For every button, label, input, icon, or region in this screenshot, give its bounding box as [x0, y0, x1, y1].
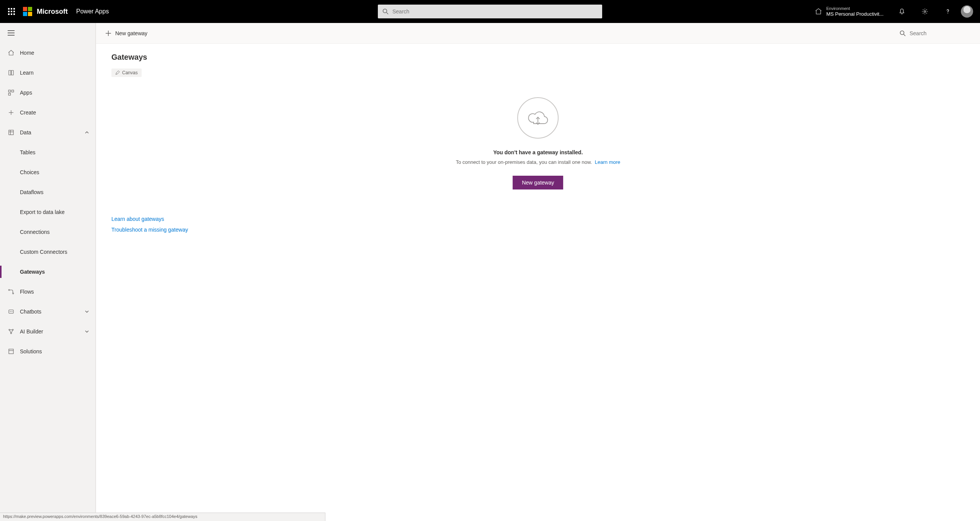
- cloud-icon: [518, 97, 559, 139]
- troubleshoot-gateway-link[interactable]: Troubleshoot a missing gateway: [111, 227, 188, 233]
- data-icon: [8, 129, 15, 136]
- svg-point-30: [11, 333, 12, 334]
- sidebar-item-label: Connections: [20, 229, 50, 235]
- sidebar-toggle[interactable]: [0, 23, 95, 43]
- sidebar-item-dataflows[interactable]: Dataflows: [0, 182, 95, 202]
- empty-title: You don't have a gateway installed.: [493, 149, 583, 155]
- sidebar-item-label: Home: [20, 50, 34, 56]
- svg-rect-31: [9, 349, 13, 354]
- svg-rect-7: [11, 13, 12, 15]
- sidebar-item-label: Create: [20, 109, 36, 116]
- sidebar-item-label: Export to data lake: [20, 209, 65, 215]
- svg-point-24: [13, 293, 14, 294]
- flow-icon: [8, 288, 15, 295]
- svg-rect-17: [8, 93, 10, 95]
- svg-rect-5: [13, 11, 15, 12]
- sidebar-item-export-data-lake[interactable]: Export to data lake: [0, 202, 95, 222]
- svg-point-29: [12, 329, 13, 330]
- svg-line-36: [904, 34, 906, 36]
- chevron-down-icon: [85, 329, 89, 334]
- page-search[interactable]: [900, 30, 971, 36]
- sidebar-item-learn[interactable]: Learn: [0, 63, 95, 83]
- apps-icon: [8, 89, 15, 96]
- canvas-chip[interactable]: Canvas: [111, 69, 142, 77]
- new-gateway-label: New gateway: [115, 30, 147, 36]
- pencil-icon: [115, 70, 120, 75]
- app-name[interactable]: Power Apps: [76, 8, 109, 15]
- sidebar-item-label: Solutions: [20, 348, 42, 354]
- svg-point-26: [10, 311, 11, 312]
- sidebar-item-label: Flows: [20, 289, 34, 295]
- ai-builder-icon: [8, 328, 15, 335]
- avatar[interactable]: [961, 5, 973, 18]
- learn-about-gateways-link[interactable]: Learn about gateways: [111, 216, 188, 222]
- svg-rect-2: [13, 8, 15, 10]
- chevron-down-icon: [85, 309, 89, 314]
- canvas-chip-label: Canvas: [122, 70, 138, 75]
- empty-state: You don't have a gateway installed. To c…: [456, 97, 621, 189]
- environment-label: Environment: [826, 6, 884, 11]
- new-gateway-button[interactable]: New gateway: [513, 176, 563, 189]
- home-icon: [8, 49, 15, 56]
- svg-rect-8: [13, 13, 15, 15]
- svg-rect-0: [8, 8, 10, 10]
- settings-button[interactable]: [913, 0, 936, 23]
- sidebar-item-label: Custom Connectors: [20, 249, 67, 255]
- environment-name: MS Personal Productivit...: [826, 11, 884, 17]
- sidebar-item-tables[interactable]: Tables: [0, 142, 95, 162]
- header-right: Environment MS Personal Productivit...: [808, 0, 980, 23]
- sidebar-item-chatbots[interactable]: Chatbots: [0, 302, 95, 322]
- sidebar-item-label: AI Builder: [20, 328, 43, 335]
- svg-point-11: [924, 11, 926, 13]
- svg-line-10: [387, 13, 389, 15]
- sidebar-item-home[interactable]: Home: [0, 43, 95, 63]
- search-icon: [382, 8, 389, 15]
- notifications-button[interactable]: [890, 0, 913, 23]
- plus-icon: [105, 30, 111, 36]
- main-area: New gateway Gateways Canvas You do: [96, 23, 980, 521]
- sidebar-item-apps[interactable]: Apps: [0, 83, 95, 103]
- svg-rect-3: [8, 11, 10, 12]
- status-bar-url: https://make.preview.powerapps.com/envir…: [0, 513, 325, 521]
- help-links: Learn about gateways Troubleshoot a miss…: [111, 216, 188, 233]
- learn-more-link[interactable]: Learn more: [595, 159, 620, 165]
- chatbot-icon: [8, 308, 15, 315]
- svg-rect-1: [11, 8, 12, 10]
- svg-rect-20: [9, 130, 13, 135]
- svg-point-35: [900, 31, 904, 34]
- plus-icon: [8, 109, 15, 116]
- page-search-input[interactable]: [910, 30, 971, 36]
- global-search[interactable]: [378, 5, 602, 18]
- sidebar: Home Learn Apps Create Data: [0, 23, 96, 521]
- sidebar-item-label: Chatbots: [20, 309, 41, 315]
- svg-rect-16: [12, 90, 14, 92]
- sidebar-item-label: Data: [20, 129, 31, 136]
- help-button[interactable]: [936, 0, 959, 23]
- chevron-up-icon: [85, 130, 89, 135]
- sidebar-item-flows[interactable]: Flows: [0, 282, 95, 302]
- new-gateway-command[interactable]: New gateway: [105, 30, 147, 36]
- svg-rect-6: [8, 13, 10, 15]
- global-search-input[interactable]: [392, 8, 598, 15]
- sidebar-item-create[interactable]: Create: [0, 103, 95, 122]
- sidebar-item-data[interactable]: Data: [0, 122, 95, 142]
- sidebar-item-gateways[interactable]: Gateways: [0, 262, 95, 282]
- app-launcher-button[interactable]: [0, 0, 23, 23]
- sidebar-item-label: Gateways: [20, 269, 45, 275]
- sidebar-item-ai-builder[interactable]: AI Builder: [0, 322, 95, 341]
- brand-area: Microsoft Power Apps: [23, 7, 109, 16]
- book-icon: [8, 69, 15, 76]
- sidebar-item-label: Learn: [20, 70, 34, 76]
- environment-icon: [815, 8, 822, 15]
- sidebar-item-connections[interactable]: Connections: [0, 222, 95, 242]
- svg-point-28: [9, 329, 10, 330]
- environment-picker[interactable]: Environment MS Personal Productivit...: [808, 0, 890, 23]
- command-bar: New gateway: [96, 23, 980, 44]
- svg-point-27: [12, 311, 13, 312]
- sidebar-item-label: Dataflows: [20, 189, 43, 195]
- sidebar-item-custom-connectors[interactable]: Custom Connectors: [0, 242, 95, 262]
- sidebar-item-solutions[interactable]: Solutions: [0, 341, 95, 361]
- sidebar-item-label: Choices: [20, 169, 39, 175]
- sidebar-item-choices[interactable]: Choices: [0, 162, 95, 182]
- svg-rect-25: [9, 310, 13, 314]
